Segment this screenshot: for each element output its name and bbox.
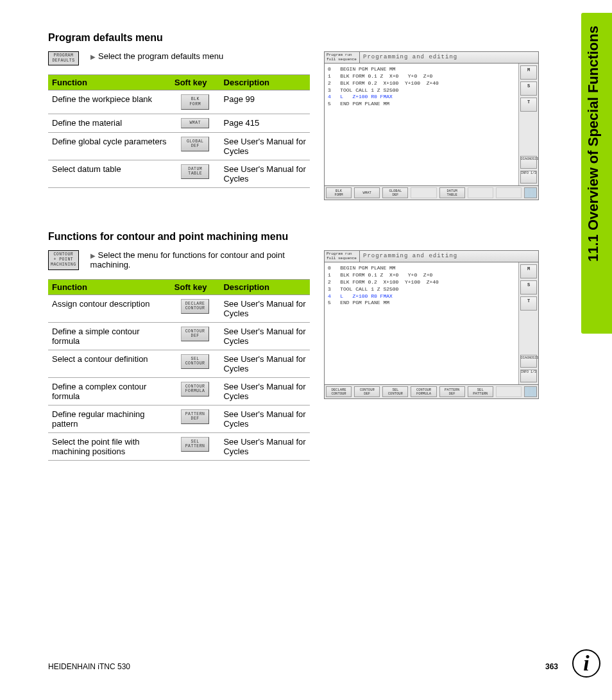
info-button[interactable]: INFO 1/3 xyxy=(520,370,537,382)
panel-softkey[interactable]: SEL CONTOUR xyxy=(382,386,408,397)
program-listing: 0 BEGIN PGM PLANE MM 1 BLK FORM 0.1 Z X+… xyxy=(325,64,519,185)
th-description: Description xyxy=(220,75,310,90)
softkey-button[interactable]: DATUM TABLE xyxy=(181,164,209,180)
cell-description: See User's Manual for Cycles xyxy=(219,322,310,350)
cell-function: Define the material xyxy=(48,114,171,132)
cell-softkey: GLOBAL DEF xyxy=(171,132,220,160)
panel-softkey[interactable]: GLOBAL DEF xyxy=(382,187,408,198)
panel-softkey[interactable]: PATTERN DEF xyxy=(439,386,465,397)
table-row: Assign contour descriptionDECLARE CONTOU… xyxy=(48,295,310,322)
cell-function: Select a contour definition xyxy=(48,350,171,377)
cell-softkey: BLK FORM xyxy=(171,90,220,114)
softkey-button[interactable]: GLOBAL DEF xyxy=(181,137,209,152)
panel-softkey[interactable]: DATUM TABLE xyxy=(439,187,465,198)
cell-function: Select the point file with machining pos… xyxy=(48,432,171,460)
softkey-program-defaults[interactable]: PROGRAM DEFAULTS xyxy=(48,51,79,65)
cell-softkey: DATUM TABLE xyxy=(171,160,220,187)
softkey-button[interactable]: CONTOUR DEF xyxy=(181,327,209,342)
table-row: Define the workpiece blankBLK FORMPage 9… xyxy=(48,90,310,114)
table-row: Define the materialWMATPage 415 xyxy=(48,114,310,132)
override-button-t[interactable]: T xyxy=(520,296,537,311)
page-footer: HEIDENHAIN iTNC 530 363 xyxy=(48,662,558,671)
cell-description: See User's Manual for Cycles xyxy=(219,350,310,377)
program-listing: 0 BEGIN PGM PLANE MM 1 BLK FORM 0.1 Z X+… xyxy=(325,262,519,384)
table-program-defaults: Function Soft key Description Define the… xyxy=(48,74,310,187)
info-icon: i xyxy=(572,649,600,678)
section-contour-point: Functions for contour and point machinin… xyxy=(48,231,539,460)
panel-softkey[interactable]: CONTOUR FORMULA xyxy=(411,386,436,397)
panel-side-buttons: MSTDIAGNOSISINFO 1/3 xyxy=(519,64,538,185)
override-button-s[interactable]: S xyxy=(520,280,537,295)
control-screenshot: Program run full sequenceProgramming and… xyxy=(324,51,539,200)
panel-softkey-empty xyxy=(411,187,436,198)
th-function: Function xyxy=(48,75,171,90)
panel-scroll-indicator[interactable] xyxy=(524,187,537,198)
th-softkey: Soft key xyxy=(171,279,220,295)
table-row: Define global cycle parametersGLOBAL DEF… xyxy=(48,132,310,160)
panel-title: Programming and editing xyxy=(360,52,538,63)
panel-softkey[interactable]: WMAT xyxy=(354,187,380,198)
override-button-m[interactable]: M xyxy=(520,65,537,80)
softkey-button[interactable]: WMAT xyxy=(181,118,209,128)
table-row: Select datum tableDATUM TABLESee User's … xyxy=(48,160,310,187)
softkey-button[interactable]: CONTOUR FORMULA xyxy=(181,382,209,397)
cell-description: See User's Manual for Cycles xyxy=(219,405,310,432)
cell-softkey: WMAT xyxy=(171,114,220,132)
softkey-button[interactable]: PATTERN DEF xyxy=(181,409,209,425)
panel-softkey[interactable]: CONTOUR DEF xyxy=(354,386,380,397)
table-row: Select the point file with machining pos… xyxy=(48,432,310,460)
cell-softkey: SEL PATTERN xyxy=(171,432,220,460)
panel-softkey[interactable]: BLK FORM xyxy=(326,187,352,198)
override-button-t[interactable]: T xyxy=(520,98,537,112)
table-row: Define a complex contour formulaCONTOUR … xyxy=(48,377,310,405)
panel-softkey[interactable]: DECLARE CONTOUR xyxy=(326,386,352,397)
override-button-m[interactable]: M xyxy=(520,264,537,278)
override-button-s[interactable]: S xyxy=(520,81,537,96)
intro-text-2: Select the menu for functions for contou… xyxy=(90,250,310,269)
cell-softkey: PATTERN DEF xyxy=(171,405,220,432)
softkey-button[interactable]: SEL CONTOUR xyxy=(181,354,209,370)
diagnosis-button[interactable]: DIAGNOSIS xyxy=(520,355,537,368)
panel-softkey-bar: BLK FORMWMATGLOBAL DEFDATUM TABLE xyxy=(325,185,538,200)
softkey-button[interactable]: DECLARE CONTOUR xyxy=(181,299,209,314)
panel-softkey-bar: DECLARE CONTOURCONTOUR DEFSEL CONTOURCON… xyxy=(325,384,538,398)
cell-softkey: DECLARE CONTOUR xyxy=(171,295,220,322)
cell-description: Page 415 xyxy=(220,114,310,132)
panel-scroll-indicator[interactable] xyxy=(524,386,537,397)
panel-title: Programming and editing xyxy=(360,251,538,262)
panel-side-buttons: MSTDIAGNOSISINFO 1/3 xyxy=(519,262,538,384)
panel-softkey-empty xyxy=(496,386,522,397)
cell-softkey: CONTOUR FORMULA xyxy=(171,377,220,405)
heading-program-defaults: Program defaults menu xyxy=(48,32,539,44)
cell-function: Define a simple contour formula xyxy=(48,322,171,350)
control-screenshot: Program run full sequenceProgramming and… xyxy=(324,250,539,399)
softkey-button[interactable]: SEL PATTERN xyxy=(181,437,209,452)
table-row: Define regular machining patternPATTERN … xyxy=(48,405,310,432)
heading-contour-point: Functions for contour and point machinin… xyxy=(48,231,292,243)
table-row: Select a contour definitionSEL CONTOURSe… xyxy=(48,350,310,377)
cell-softkey: SEL CONTOUR xyxy=(171,350,220,377)
cell-function: Select datum table xyxy=(48,160,171,187)
panel-softkey-empty xyxy=(496,187,522,198)
panel-mode: Program run full sequence xyxy=(325,52,360,63)
panel-mode: Program run full sequence xyxy=(325,251,360,262)
softkey-contour-point[interactable]: CONTOUR + POINT MACHINING xyxy=(48,250,79,269)
info-button[interactable]: INFO 1/3 xyxy=(520,171,537,184)
softkey-button[interactable]: BLK FORM xyxy=(181,94,209,110)
footer-product: HEIDENHAIN iTNC 530 xyxy=(48,662,130,671)
cell-function: Define regular machining pattern xyxy=(48,405,171,432)
panel-softkey[interactable]: SEL PATTERN xyxy=(468,386,493,397)
cell-function: Define a complex contour formula xyxy=(48,377,171,405)
cell-description: See User's Manual for Cycles xyxy=(219,377,310,405)
th-softkey: Soft key xyxy=(171,75,220,90)
panel-softkey-empty xyxy=(468,187,493,198)
page-number: 363 xyxy=(545,662,558,671)
th-function: Function xyxy=(48,279,171,295)
diagnosis-button[interactable]: DIAGNOSIS xyxy=(520,156,537,169)
section-program-defaults: Program defaults menu PROGRAM DEFAULTS S… xyxy=(48,32,539,213)
cell-description: Page 99 xyxy=(220,90,310,114)
section-title-vertical: 11.1 Overview of Special Functions xyxy=(585,26,602,262)
th-description: Description xyxy=(219,279,310,295)
table-contour-point: Function Soft key Description Assign con… xyxy=(48,279,310,461)
cell-function: Define global cycle parameters xyxy=(48,132,171,160)
